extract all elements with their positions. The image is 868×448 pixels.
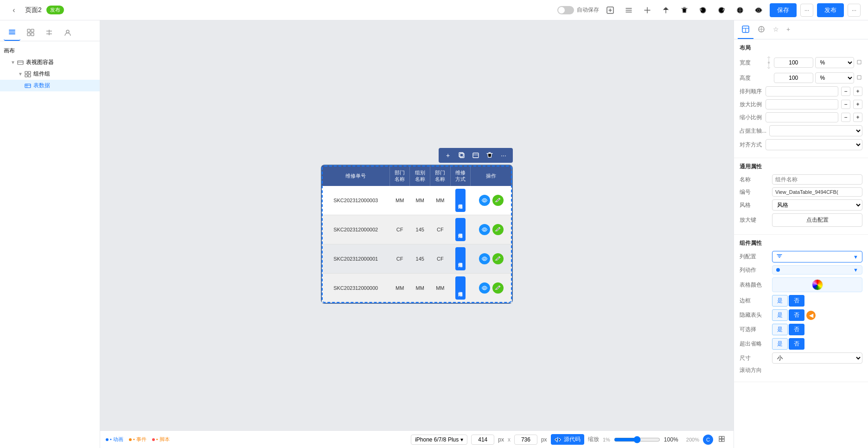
view-button-3[interactable]: [479, 253, 490, 264]
overflow-toggle: 是 否: [772, 338, 804, 350]
overflow-yes[interactable]: 是: [772, 338, 788, 350]
width-value-input[interactable]: [774, 58, 813, 68]
comp-copy-btn[interactable]: [456, 150, 467, 161]
sidebar-tab-user[interactable]: [59, 24, 76, 41]
event-tag[interactable]: • 事件: [129, 436, 147, 443]
cell-dept2-4: MM: [430, 274, 451, 303]
toolbar-icon-2[interactable]: [621, 3, 636, 18]
table-color-picker[interactable]: [812, 279, 823, 290]
height-unit-select[interactable]: % px: [815, 72, 855, 83]
layout-section: 布局 宽度 % px 高度 % px: [734, 39, 868, 158]
selectable-yes[interactable]: 是: [772, 324, 788, 335]
tree-root-label: 画布: [4, 47, 15, 55]
animation-dot: [106, 438, 108, 441]
view-button-1[interactable]: [479, 195, 490, 206]
view-button-2[interactable]: [479, 224, 490, 235]
animation-tag[interactable]: • 动画: [106, 436, 123, 443]
animation-label: • 动画: [110, 436, 123, 443]
px-label-2: px: [541, 436, 547, 443]
svg-rect-14: [25, 75, 27, 77]
comp-delete-btn[interactable]: [484, 150, 495, 161]
auto-save-label: 自动保存: [577, 6, 599, 14]
device-wrapper: + ··· 维修单号 部门名称 组别名称 部门名称: [321, 165, 513, 304]
comp-add-btn[interactable]: +: [442, 150, 453, 161]
zoom-out-inc-btn[interactable]: +: [853, 113, 862, 122]
zoom-out-input[interactable]: [766, 112, 838, 122]
right-tab-add[interactable]: +: [783, 20, 794, 39]
toolbar-undo[interactable]: [696, 3, 710, 18]
border-yes[interactable]: 是: [772, 295, 788, 307]
source-code-button[interactable]: 源代码: [551, 434, 584, 445]
height-label: 高度: [740, 74, 763, 82]
height-value-input[interactable]: [774, 73, 813, 83]
toolbar-icon-1[interactable]: [603, 3, 618, 18]
toolbar-icon-4[interactable]: [658, 3, 673, 18]
sort-inc-btn[interactable]: +: [853, 87, 862, 96]
hide-header-yes[interactable]: 是: [772, 309, 788, 321]
code-prop-input[interactable]: [772, 187, 862, 197]
component-toolbar: + ···: [439, 148, 513, 163]
save-more-button[interactable]: ···: [800, 4, 813, 17]
edit-button-4[interactable]: [492, 282, 504, 294]
sidebar-tab-layer[interactable]: [4, 24, 20, 41]
comp-more-btn[interactable]: ···: [498, 150, 509, 161]
edit-button-2[interactable]: [492, 224, 504, 235]
occupy-select[interactable]: [769, 125, 862, 136]
publish-more-button[interactable]: ···: [848, 4, 861, 17]
right-tab-style[interactable]: [753, 20, 769, 39]
sidebar-tab-component[interactable]: [22, 24, 39, 41]
toolbar-icon-delete[interactable]: [677, 3, 692, 18]
zoom-label: 缩放: [588, 435, 599, 443]
name-prop-input[interactable]: [772, 174, 862, 185]
cell-dept-3: CF: [389, 244, 410, 274]
cell-dept-1: MM: [389, 186, 410, 215]
publish-button[interactable]: 发布: [817, 3, 844, 17]
refresh-button[interactable]: C: [703, 435, 713, 445]
size-select[interactable]: 小 中 大: [772, 352, 862, 364]
view-button-4[interactable]: [479, 282, 490, 294]
height-input[interactable]: [514, 435, 537, 445]
sidebar-tab-grid[interactable]: [41, 24, 57, 41]
col-header-repair: 维修方式: [450, 166, 471, 186]
device-selector[interactable]: iPhone 6/7/8 Plus ▾: [411, 435, 467, 445]
align-select[interactable]: [766, 139, 862, 150]
zoom-in-inc-btn[interactable]: +: [853, 100, 862, 109]
style-prop-select[interactable]: 风格: [772, 199, 862, 211]
toolbar-redo[interactable]: [714, 3, 729, 18]
sort-label: 排列顺序: [740, 88, 763, 96]
hide-header-no[interactable]: 否: [789, 309, 804, 321]
comp-layout-btn[interactable]: [470, 150, 481, 161]
tree-item-view-container[interactable]: ▼ 表视图容器: [0, 57, 100, 68]
toolbar-preview[interactable]: [751, 3, 766, 18]
overflow-no[interactable]: 否: [789, 338, 804, 350]
zoom-in-dec-btn[interactable]: −: [841, 100, 850, 109]
right-tab-layout[interactable]: [738, 20, 753, 39]
tree-item-component-group[interactable]: ▼ 组件组: [0, 68, 100, 80]
edit-button-1[interactable]: [492, 195, 504, 206]
tree-item-table-data[interactable]: 表数据: [0, 80, 100, 91]
toolbar-icon-3[interactable]: [640, 3, 655, 18]
auto-save-switch[interactable]: [557, 6, 574, 14]
sort-dec-btn[interactable]: −: [841, 87, 850, 96]
save-button[interactable]: 保存: [770, 3, 797, 17]
list-config-button[interactable]: ▼: [772, 251, 862, 262]
zoom-out-dec-btn[interactable]: −: [841, 113, 850, 122]
tree-root[interactable]: 画布: [0, 45, 100, 57]
script-tag[interactable]: • 脚本: [152, 436, 170, 443]
selectable-no[interactable]: 否: [789, 324, 804, 335]
zoom-slider[interactable]: [614, 436, 660, 443]
right-tab-star[interactable]: ☆: [769, 20, 783, 39]
grid-button[interactable]: [717, 434, 728, 445]
zoom-in-input[interactable]: [766, 99, 838, 109]
back-button[interactable]: ‹: [7, 4, 20, 17]
width-input[interactable]: [471, 435, 494, 445]
auto-save-toggle[interactable]: 自动保存: [557, 6, 599, 14]
edit-button-3[interactable]: [492, 253, 504, 264]
top-toolbar: ‹ 页面2 发布 自动保存: [0, 0, 868, 20]
border-no[interactable]: 否: [789, 295, 804, 307]
zoom-config-button[interactable]: 点击配置: [772, 213, 862, 227]
toolbar-translate[interactable]: [733, 3, 747, 18]
width-unit-select[interactable]: % px: [815, 57, 855, 68]
data-table: 维修单号 部门名称 组别名称 部门名称 维修方式 操作 SKC202312000…: [322, 166, 512, 303]
sort-input[interactable]: [766, 86, 838, 96]
